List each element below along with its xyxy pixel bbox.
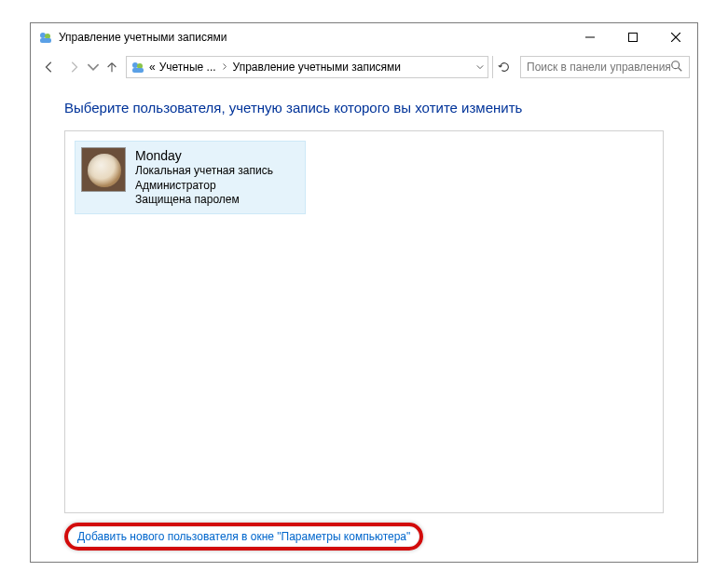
- address-bar[interactable]: « Учетные ... Управление учетными запися…: [126, 56, 488, 78]
- back-button[interactable]: [38, 56, 61, 78]
- up-button[interactable]: [102, 56, 122, 78]
- breadcrumb-segment[interactable]: Управление учетными записями: [233, 61, 401, 74]
- user-accounts-icon: [38, 30, 53, 45]
- navigation-row: « Учетные ... Управление учетными запися…: [31, 51, 697, 83]
- close-button[interactable]: [654, 23, 697, 51]
- window-title: Управление учетными записями: [59, 31, 227, 44]
- window-controls: [569, 23, 697, 51]
- svg-rect-4: [629, 34, 638, 42]
- svg-line-11: [679, 67, 682, 71]
- user-card[interactable]: Monday Локальная учетная запись Админист…: [75, 141, 306, 214]
- svg-point-10: [672, 61, 680, 68]
- search-input[interactable]: [527, 61, 670, 74]
- svg-rect-9: [132, 68, 144, 73]
- breadcrumb-prefix: «: [149, 61, 156, 74]
- content-area: Выберите пользователя, учетную запись ко…: [31, 83, 697, 562]
- maximize-button[interactable]: [611, 23, 654, 51]
- user-list-panel: Monday Локальная учетная запись Админист…: [64, 130, 664, 513]
- forward-button[interactable]: [62, 56, 85, 78]
- search-box[interactable]: [520, 56, 690, 78]
- breadcrumb-segment[interactable]: Учетные ...: [159, 61, 216, 74]
- chevron-right-icon: [220, 61, 229, 74]
- svg-point-7: [132, 62, 138, 68]
- svg-point-0: [40, 33, 46, 38]
- user-info: Monday Локальная учетная запись Админист…: [135, 147, 273, 208]
- highlight-annotation: Добавить нового пользователя в окне "Пар…: [64, 523, 423, 551]
- user-accounts-icon: [130, 60, 145, 75]
- control-panel-window: Управление учетными записями: [30, 22, 698, 563]
- search-icon[interactable]: [670, 60, 683, 75]
- avatar: [81, 147, 126, 192]
- svg-rect-2: [40, 38, 51, 43]
- page-heading: Выберите пользователя, учетную запись ко…: [64, 100, 664, 116]
- refresh-button[interactable]: [492, 56, 515, 78]
- minimize-button[interactable]: [569, 23, 611, 51]
- account-protection: Защищена паролем: [135, 193, 273, 208]
- account-role: Администратор: [135, 179, 273, 194]
- titlebar: Управление учетными записями: [31, 23, 697, 51]
- chevron-down-icon[interactable]: [476, 61, 484, 74]
- add-user-link[interactable]: Добавить нового пользователя в окне "Пар…: [77, 530, 410, 543]
- history-dropdown[interactable]: [87, 56, 100, 78]
- account-type: Локальная учетная запись: [135, 164, 273, 179]
- user-name: Monday: [135, 147, 273, 164]
